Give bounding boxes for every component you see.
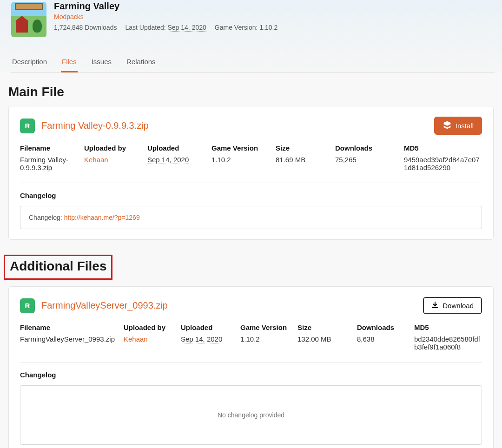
add-uploaded-by[interactable]: Kehaan — [124, 335, 172, 351]
col-uploaded-by: Uploaded by — [124, 323, 172, 331]
add-downloads: 8,638 — [357, 335, 406, 351]
project-icon — [11, 2, 46, 37]
main-size: 81.69 MB — [276, 156, 327, 171]
changelog-heading: Changelog — [20, 371, 482, 379]
main-downloads: 75,265 — [335, 156, 396, 171]
category-link[interactable]: Modpacks — [54, 13, 84, 20]
last-updated-value: Sep 14, 2020 — [168, 24, 206, 32]
additional-file-card: R FarmingValleyServer_0993.zip Download … — [8, 286, 494, 448]
main-file-link[interactable]: Farming Valley-0.9.9.3.zip — [41, 120, 149, 131]
game-version: Game Version: 1.10.2 — [215, 24, 277, 31]
col-game-version: Game Version — [211, 144, 267, 152]
add-filename: FarmingValleyServer_0993.zip — [20, 335, 115, 351]
col-uploaded: Uploaded — [181, 323, 232, 331]
game-version-label: Game Version: — [215, 24, 258, 31]
add-uploaded-value: Sep 14, 2020 — [181, 335, 222, 343]
main-filename: Farming Valley-0.9.9.3.zip — [20, 156, 76, 171]
install-button[interactable]: Install — [434, 117, 482, 135]
install-label: Install — [456, 122, 474, 130]
add-size: 132.00 MB — [297, 335, 349, 351]
changelog-box-empty: No changelog provided — [20, 385, 482, 445]
col-size: Size — [276, 144, 327, 152]
changelog-heading: Changelog — [20, 191, 482, 199]
col-downloads: Downloads — [335, 144, 396, 152]
changelog-link[interactable]: http://kehaan.me/?p=1269 — [64, 214, 140, 221]
col-md5: MD5 — [414, 323, 482, 331]
additional-file-link[interactable]: FarmingValleyServer_0993.zip — [41, 300, 168, 311]
main-uploaded-by[interactable]: Kehaan — [84, 156, 139, 171]
tab-relations[interactable]: Relations — [126, 53, 157, 72]
main-md5: 9459aed39af2d84a7e071d81ad526290 — [404, 156, 482, 171]
download-icon — [431, 301, 439, 310]
game-version-value: 1.10.2 — [259, 24, 277, 31]
tab-description[interactable]: Description — [11, 53, 48, 72]
project-title: Farming Valley — [54, 1, 277, 12]
col-uploaded: Uploaded — [147, 144, 203, 152]
main-file-card: R Farming Valley-0.9.9.3.zip Install Fil… — [8, 106, 494, 240]
col-filename: Filename — [20, 323, 115, 331]
install-icon — [443, 121, 452, 131]
col-game-version: Game Version — [240, 323, 289, 331]
main-uploaded: Sep 14, 2020 — [147, 156, 203, 171]
col-uploaded-by: Uploaded by — [84, 144, 139, 152]
download-label: Download — [443, 302, 474, 310]
release-badge: R — [20, 298, 35, 313]
col-filename: Filename — [20, 144, 76, 152]
changelog-box: Changelog: http://kehaan.me/?p=1269 — [20, 206, 482, 229]
additional-files-heading: Additional Files — [4, 255, 112, 280]
col-downloads: Downloads — [357, 323, 406, 331]
downloads-count: 1,724,848 Downloads — [54, 24, 117, 31]
last-updated-label: Last Updated: — [125, 24, 165, 31]
main-uploaded-value: Sep 14, 2020 — [147, 156, 189, 164]
col-size: Size — [297, 323, 349, 331]
release-badge: R — [20, 119, 35, 133]
main-file-heading: Main File — [8, 85, 502, 99]
changelog-empty-text: No changelog provided — [218, 411, 284, 419]
changelog-prefix: Changelog: — [29, 214, 62, 221]
last-updated: Last Updated: Sep 14, 2020 — [125, 24, 206, 31]
add-uploaded: Sep 14, 2020 — [181, 335, 232, 351]
col-md5: MD5 — [404, 144, 482, 152]
main-game-version: 1.10.2 — [211, 156, 267, 171]
add-game-version: 1.10.2 — [240, 335, 289, 351]
tab-files[interactable]: Files — [61, 53, 78, 72]
tabs: Description Files Issues Relations — [11, 53, 495, 72]
tab-issues[interactable]: Issues — [91, 53, 112, 72]
download-button[interactable]: Download — [423, 297, 482, 314]
add-md5: bd2340dde826580fdfb3fef9f1a060f8 — [414, 335, 482, 351]
